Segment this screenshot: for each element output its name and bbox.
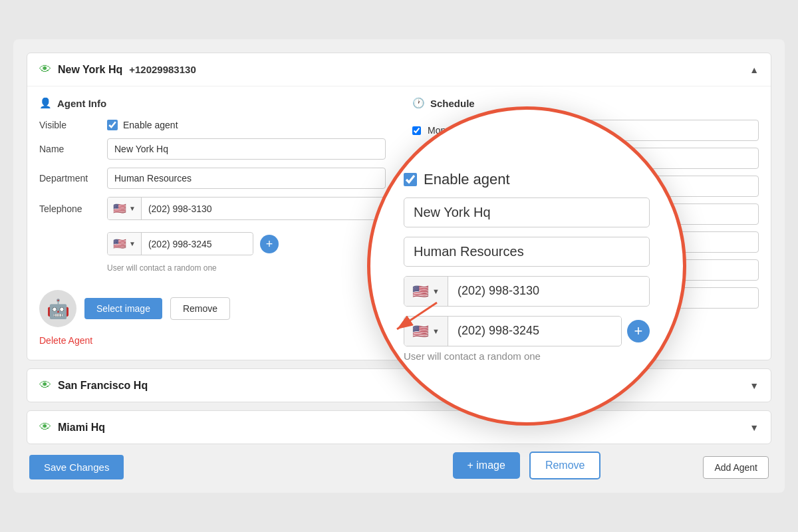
telephone-label: Telephone [39,203,99,214]
mag-random-hint: User will contact a random one [404,350,650,362]
us-flag-1: 🇺🇸 [113,202,126,215]
mag-select-image-button[interactable]: + image [453,452,520,479]
chevron-down-icon-sf: ▼ [749,380,759,391]
random-hint: User will contact a random one [107,263,217,273]
monday-checkbox[interactable] [412,126,421,135]
card-phone-new-york: +12029983130 [129,64,196,75]
magnify-bottom-buttons: + image Remove [367,452,686,493]
card-header-san-francisco[interactable]: 👁 San Francisco Hq ▼ [27,369,771,402]
card-header-miami[interactable]: 👁 Miami Hq ▼ [27,411,771,444]
mag-dept-item [404,237,650,267]
visibility-icon-miami: 👁 [39,420,51,434]
telephone-section: Telephone 🇺🇸 ▼ [39,197,386,282]
card-title-new-york: New York Hq [58,64,122,76]
chevron-down-icon-miami: ▼ [749,422,759,433]
agent-card-san-francisco: 👁 San Francisco Hq ▼ [27,368,771,402]
mag-name-item [404,198,650,227]
mag-phone-input-1[interactable] [448,277,649,305]
mag-enable-checkbox[interactable] [404,173,417,186]
phone-flag-2[interactable]: 🇺🇸 ▼ [108,233,142,255]
phone-field-1: 🇺🇸 ▼ [107,197,386,220]
enable-agent-label: Enable agent [123,120,178,130]
visible-label: Visible [39,120,99,130]
arrow-svg [390,296,444,336]
add-agent-button[interactable]: Add Agent [703,456,769,479]
agent-info-section: 👤 Agent Info Visible Enable agent Name [39,97,386,346]
flag-caret-2: ▼ [129,240,136,247]
mag-enable-agent-row: Enable agent [404,171,650,188]
visibility-icon-sf: 👁 [39,378,51,392]
avatar-section: 🤖 Select image Remove [39,290,386,327]
name-row: Name [39,138,386,160]
phone-input-2[interactable] [142,234,253,254]
us-flag-2: 🇺🇸 [113,237,126,250]
schedule-header: 🕐 Schedule [412,97,759,109]
mag-phone-input-2[interactable] [448,317,621,344]
magnify-overlay: Enable agent 🇺🇸 ▼ 🇺🇸 ▼ + User [367,106,686,426]
agent-card-miami: 👁 Miami Hq ▼ [27,410,771,444]
mag-name-input[interactable] [404,198,650,227]
enable-agent-checkbox[interactable] [107,120,118,130]
mag-dept-input[interactable] [404,237,650,267]
phone-flag-1[interactable]: 🇺🇸 ▼ [108,198,142,219]
department-row: Department [39,168,386,189]
svg-line-1 [397,303,437,329]
chevron-up-icon: ▲ [749,65,759,75]
avatar: 🤖 [39,290,76,327]
add-phone-button[interactable]: + [260,235,279,253]
remove-image-button[interactable]: Remove [170,297,230,320]
agent-info-header: 👤 Agent Info [39,97,386,109]
phone-field-2: 🇺🇸 ▼ [107,232,253,255]
visible-row: Visible Enable agent [39,120,386,130]
clock-icon: 🕐 [412,97,425,109]
mag-add-phone-button[interactable]: + [627,320,650,342]
mag-flag-caret-1: ▼ [432,287,440,295]
person-icon: 👤 [39,97,52,109]
phone-input-1[interactable] [142,199,385,219]
card-title-sf: San Francisco Hq [58,380,148,392]
save-changes-button[interactable]: Save Changes [29,455,124,479]
mag-remove-button[interactable]: Remove [529,452,601,479]
mag-enable-label: Enable agent [424,171,510,188]
delete-agent-link[interactable]: Delete Agent [39,335,92,346]
name-label: Name [39,144,99,154]
name-input[interactable] [107,138,386,160]
card-title-miami: Miami Hq [58,422,105,434]
enable-agent-row: Enable agent [107,120,178,130]
department-input[interactable] [107,168,386,189]
select-image-button[interactable]: Select image [84,298,162,319]
flag-caret-1: ▼ [129,205,136,212]
visibility-icon: 👁 [39,63,51,76]
department-label: Department [39,173,99,184]
card-header-new-york[interactable]: 👁 New York Hq +12029983130 ▲ [27,53,771,86]
